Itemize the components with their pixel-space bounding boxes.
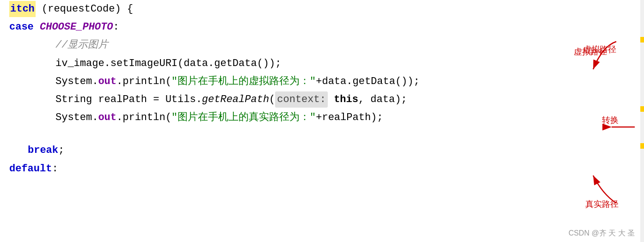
empty-line bbox=[0, 127, 644, 141]
system2-text: System. bbox=[55, 109, 98, 126]
line4-text: iv_image.setImageURI(data.getData()); bbox=[55, 55, 281, 72]
scroll-thumb-2 bbox=[640, 106, 644, 112]
code-line-6: String realPath = Utils.getRealPath(cont… bbox=[0, 91, 644, 109]
code-line-9: default: bbox=[0, 160, 644, 178]
println-text: .println( bbox=[117, 73, 172, 90]
code-line-5: System.out.println("图片在手机上的虚拟路径为："+data.… bbox=[0, 73, 644, 91]
code-line-7: System.out.println("图片在手机上的真实路径为："+realP… bbox=[0, 109, 644, 127]
choose-photo: CHOOSE_PHOTO bbox=[40, 19, 113, 35]
string-kw: String realPath = Utils. bbox=[55, 91, 202, 108]
label-convert: 转换 bbox=[602, 115, 619, 126]
watermark: CSDN @齐 天 大 圣 bbox=[569, 229, 635, 238]
context-label: context: bbox=[275, 91, 328, 108]
concat: +data.getData()); bbox=[316, 73, 419, 90]
colon: : bbox=[113, 19, 119, 35]
string-virtual: "图片在手机上的虚拟路径为：" bbox=[172, 73, 316, 90]
data-param: , data); bbox=[358, 91, 407, 108]
out-kw: out bbox=[98, 73, 117, 90]
kw-case: case bbox=[9, 19, 34, 35]
code-area: itch (requestCode) { case CHOOSE_PHOTO: … bbox=[0, 0, 644, 242]
highlight-itch: itch bbox=[9, 1, 36, 17]
paren-open: ( bbox=[269, 91, 275, 108]
scrollbar[interactable] bbox=[640, 0, 644, 242]
code-line-3: //显示图片 bbox=[0, 36, 644, 54]
code-line-2: case CHOOSE_PHOTO: bbox=[0, 18, 644, 36]
default-colon: : bbox=[52, 161, 58, 177]
code-line-1: itch (requestCode) { bbox=[0, 0, 644, 18]
default-kw: default bbox=[9, 161, 52, 177]
space bbox=[34, 19, 40, 35]
getrealpath: getRealPath bbox=[202, 91, 269, 108]
system-text: System. bbox=[55, 73, 98, 90]
scroll-thumb-3 bbox=[640, 143, 644, 149]
label-virtual-path: 虚拟路径 bbox=[583, 44, 616, 55]
comment-line: //显示图片 bbox=[55, 37, 108, 53]
string-real: "图片在手机上的真实路径为：" bbox=[172, 109, 316, 126]
space2 bbox=[328, 91, 334, 108]
this-kw: this bbox=[334, 91, 358, 108]
line1-suffix: (requestCode) { bbox=[36, 1, 133, 17]
out2-kw: out bbox=[98, 109, 117, 126]
label-real-path: 真实路径 bbox=[585, 199, 619, 210]
scroll-thumb-1 bbox=[640, 37, 644, 42]
code-line-4: iv_image.setImageURI(data.getData()); bbox=[0, 54, 644, 73]
println2-text: .println( bbox=[117, 109, 172, 126]
concat2: +realPath); bbox=[316, 109, 383, 126]
code-line-8: break; bbox=[0, 141, 644, 159]
semi: ; bbox=[58, 142, 64, 158]
break-kw: break bbox=[28, 142, 58, 158]
